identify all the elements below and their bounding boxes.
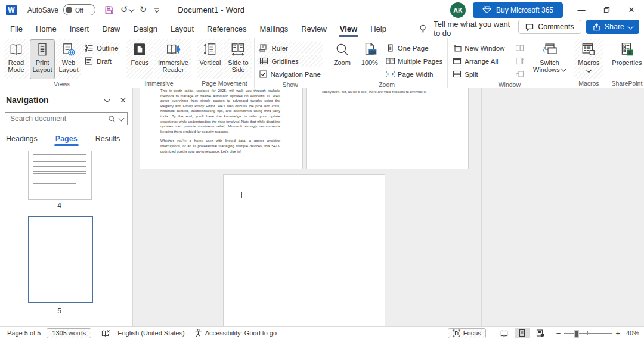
- switch-windows-button[interactable]: Switch Windows: [530, 39, 568, 79]
- focus-mode-button[interactable]: Focus: [448, 328, 486, 338]
- document-canvas[interactable]: This in-depth guide, updated for 2025, w…: [133, 88, 644, 327]
- chevron-down-icon[interactable]: [104, 97, 110, 102]
- chevron-down-icon[interactable]: [119, 115, 125, 121]
- reset-window-position-button[interactable]: [513, 69, 527, 80]
- web-layout-button[interactable]: Web Layout: [56, 39, 81, 79]
- group-label-sharepoint: SharePoint: [609, 79, 644, 89]
- proofing-error-icon: [101, 329, 110, 337]
- web-layout-view-button[interactable]: [532, 328, 548, 338]
- tab-home[interactable]: Home: [29, 20, 63, 38]
- current-page-5[interactable]: [223, 174, 385, 327]
- word-logo-icon: W: [6, 5, 17, 15]
- zoom-slider[interactable]: − +: [556, 329, 620, 338]
- one-page-button[interactable]: One Page: [383, 42, 445, 54]
- title-bar: W AutoSave Off ↺ ↻ Document1 - Word AK B…: [0, 0, 644, 20]
- ruler-toggle[interactable]: Ruler: [257, 42, 323, 54]
- properties-button[interactable]: S Properties: [609, 39, 644, 79]
- read-mode-button[interactable]: Read Mode: [4, 39, 29, 79]
- tab-mailings[interactable]: Mailings: [253, 20, 295, 38]
- comment-icon: [525, 23, 534, 31]
- autosave-state: Off: [75, 7, 83, 14]
- share-button[interactable]: Share: [586, 20, 639, 34]
- outline-button[interactable]: Outline: [82, 42, 120, 54]
- nav-tab-headings[interactable]: Headings: [6, 135, 38, 146]
- close-button[interactable]: ✕: [619, 0, 644, 20]
- svg-text:S: S: [628, 50, 631, 55]
- top-left-page[interactable]: This in-depth guide, updated for 2025, w…: [140, 88, 303, 169]
- print-layout-view-button[interactable]: [515, 328, 530, 338]
- proofing-status[interactable]: [97, 327, 114, 339]
- zoom-in-icon[interactable]: +: [615, 329, 620, 338]
- page-indicator[interactable]: Page 5 of 5: [4, 327, 44, 339]
- tab-layout[interactable]: Layout: [164, 20, 200, 38]
- draft-button[interactable]: Draft: [82, 55, 120, 67]
- nav-tab-pages[interactable]: Pages: [55, 135, 78, 146]
- nav-tab-results[interactable]: Results: [95, 135, 120, 146]
- document-title: Document1 - Word: [178, 5, 244, 14]
- read-mode-view-button[interactable]: [497, 328, 512, 338]
- new-window-button[interactable]: New Window: [450, 42, 507, 54]
- top-right-page[interactable]: ecosystem. Yet, as we’ll see, there are …: [306, 88, 469, 169]
- ribbon-tabs: File Home Insert Draw Design Layout Refe…: [0, 20, 644, 38]
- language-indicator[interactable]: English (United States): [114, 327, 188, 339]
- autosave-toggle[interactable]: Off: [63, 4, 95, 15]
- search-icon[interactable]: [108, 115, 116, 123]
- multiple-pages-button[interactable]: Multiple Pages: [383, 55, 445, 67]
- page-5-label: 5: [28, 307, 91, 315]
- undo-button[interactable]: ↺: [120, 5, 134, 14]
- restore-button[interactable]: [594, 0, 619, 20]
- zoom-button[interactable]: Zoom: [329, 39, 356, 79]
- tab-design[interactable]: Design: [127, 20, 164, 38]
- close-navigation-icon[interactable]: ✕: [120, 96, 126, 105]
- tab-review[interactable]: Review: [295, 20, 333, 38]
- tab-draw[interactable]: Draw: [95, 20, 126, 38]
- page-5-thumbnail[interactable]: [28, 216, 93, 303]
- side-to-side-button[interactable]: Side to Side: [224, 39, 252, 79]
- paragraph: Whether you’re a home user with limited …: [160, 138, 280, 154]
- minimize-button[interactable]: —: [569, 0, 594, 20]
- save-icon[interactable]: [104, 5, 114, 15]
- tab-references[interactable]: References: [200, 20, 253, 38]
- text-cursor: [242, 192, 242, 198]
- tell-me-search[interactable]: Tell me what you want to do: [419, 20, 518, 38]
- tab-help[interactable]: Help: [364, 20, 393, 38]
- svg-text:100: 100: [369, 50, 376, 54]
- buy-microsoft-365-button[interactable]: Buy Microsoft 365: [473, 2, 563, 18]
- focus-button[interactable]: Focus: [126, 39, 153, 79]
- synchronous-scrolling-button[interactable]: [513, 55, 527, 67]
- page-4-thumbnail[interactable]: [28, 151, 92, 200]
- toggle-knob-icon: [66, 7, 72, 13]
- comments-button[interactable]: Comments: [518, 20, 581, 34]
- redo-button[interactable]: ↻: [140, 5, 147, 14]
- vertical-button[interactable]: Vertical: [197, 39, 223, 79]
- zoom-100-button[interactable]: 100 100%: [357, 39, 382, 79]
- chevron-down-icon: [628, 23, 634, 29]
- tab-insert[interactable]: Insert: [63, 20, 96, 38]
- customize-quick-access-icon[interactable]: [153, 7, 161, 14]
- navigation-pane-checkbox[interactable]: Navigation Pane: [257, 69, 323, 80]
- word-count[interactable]: 1305 words: [47, 328, 91, 338]
- tab-view[interactable]: View: [333, 20, 364, 38]
- document-search-box[interactable]: [5, 112, 128, 125]
- group-label-immersive: Immersive: [126, 79, 191, 89]
- page-4-label: 4: [28, 201, 91, 210]
- view-side-by-side-button[interactable]: [513, 42, 527, 54]
- zoom-slider-thumb[interactable]: [574, 330, 579, 338]
- split-button[interactable]: Split: [450, 69, 507, 80]
- zoom-percentage[interactable]: 40%: [623, 329, 640, 337]
- zoom-out-icon[interactable]: −: [556, 329, 561, 338]
- immersive-reader-button[interactable]: Immersive Reader: [154, 39, 191, 79]
- arrange-all-button[interactable]: Arrange All: [450, 55, 507, 67]
- page-width-button[interactable]: Page Width: [383, 69, 445, 80]
- macros-button[interactable]: Macros: [574, 39, 603, 79]
- group-zoom: Zoom 100 100% One Page Multiple Pages: [326, 38, 448, 88]
- main-area: Navigation ✕ Headings Pages Results: [0, 88, 644, 327]
- account-avatar[interactable]: AK: [450, 2, 466, 18]
- search-input[interactable]: [9, 114, 104, 123]
- gridlines-toggle[interactable]: Gridlines: [257, 55, 323, 67]
- accessibility-status[interactable]: Accessibility: Good to go: [191, 327, 280, 339]
- paragraph: ecosystem. Yet, as we’ll see, there are …: [322, 89, 447, 95]
- print-layout-button[interactable]: Print Layout: [30, 39, 55, 79]
- tab-file[interactable]: File: [4, 20, 29, 38]
- canvas-divider: [481, 88, 482, 327]
